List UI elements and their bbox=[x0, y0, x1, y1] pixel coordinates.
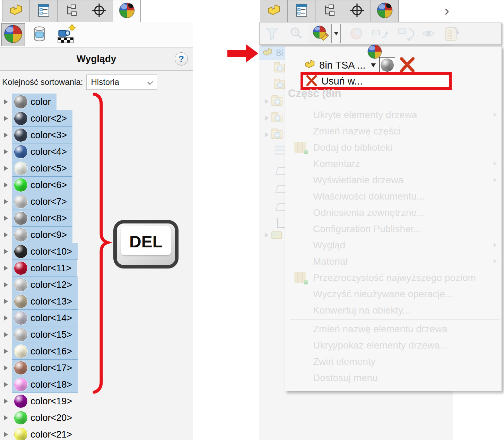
menu-item[interactable]: Configuration Publisher... bbox=[285, 221, 502, 237]
appearance-item[interactable]: color<6> bbox=[12, 177, 72, 193]
tree-folder-blocks[interactable] bbox=[265, 114, 283, 122]
tree-folder-solid-bodies[interactable] bbox=[265, 130, 283, 139]
tree-folder-sensors[interactable] bbox=[274, 80, 285, 89]
appearance-item[interactable]: color<11> bbox=[12, 260, 77, 276]
tab-propertymanager[interactable] bbox=[288, 0, 315, 22]
tab-overflow-chevron[interactable]: › bbox=[444, 2, 449, 19]
appearances-button[interactable] bbox=[1, 23, 25, 46]
appearance-item[interactable]: color<8> bbox=[12, 210, 72, 227]
expand-arrow-icon[interactable] bbox=[4, 99, 8, 104]
tab-dimxpert[interactable] bbox=[343, 0, 371, 22]
display-pane-toolbar bbox=[259, 23, 502, 45]
tab-dimxpert[interactable] bbox=[85, 0, 113, 22]
tree-folder-history[interactable] bbox=[274, 64, 285, 72]
appearance-item[interactable]: color<2> bbox=[12, 110, 72, 127]
appearance-icon[interactable] bbox=[348, 26, 364, 42]
expand-arrow-icon[interactable] bbox=[4, 116, 8, 121]
menu-item[interactable]: Dostosuj menu bbox=[285, 370, 502, 386]
expand-arrow-icon[interactable] bbox=[4, 133, 8, 138]
hide-show-icon[interactable] bbox=[420, 26, 436, 42]
expand-arrow-icon[interactable] bbox=[4, 366, 8, 370]
tree-item-equations[interactable] bbox=[275, 146, 285, 156]
tab-configurationmanager[interactable] bbox=[58, 0, 85, 22]
edit-appearance-dropdown[interactable] bbox=[332, 24, 341, 43]
appearance-item[interactable]: color<15> bbox=[12, 326, 78, 343]
expand-arrow-icon[interactable] bbox=[4, 166, 8, 171]
menu-item[interactable]: Zmień nazwę elementu drzewa bbox=[285, 321, 502, 337]
appearance-item[interactable]: color<5> bbox=[12, 160, 72, 177]
expand-arrow-icon[interactable] bbox=[4, 149, 8, 154]
sort-order-select[interactable]: Historia bbox=[86, 74, 157, 90]
menu-item[interactable]: Komentarz bbox=[285, 156, 502, 172]
menu-item[interactable]: Ukryj/pokaż elementy drzewa... bbox=[285, 337, 502, 353]
expand-arrow-icon[interactable] bbox=[4, 266, 8, 271]
filter-icon[interactable] bbox=[264, 26, 280, 41]
expand-arrow-icon[interactable] bbox=[4, 299, 8, 304]
appearance-item[interactable]: color<19> bbox=[12, 393, 78, 410]
tree-folder-annotations[interactable] bbox=[265, 97, 283, 106]
appearance-label: color<4> bbox=[31, 147, 67, 157]
menu-item[interactable]: Zwiń elementy bbox=[285, 353, 502, 370]
dropdown-arrow-icon[interactable] bbox=[371, 63, 376, 67]
menu-item[interactable]: Materiał bbox=[285, 253, 502, 270]
decals-button[interactable] bbox=[28, 23, 51, 46]
appearance-item[interactable]: color<3> bbox=[12, 127, 72, 143]
expand-arrow-icon[interactable] bbox=[4, 282, 8, 287]
menu-item[interactable]: Wygląd bbox=[285, 237, 502, 253]
delete-x-icon[interactable] bbox=[399, 56, 416, 74]
search-icon[interactable] bbox=[289, 26, 304, 41]
edit-appearance-button[interactable] bbox=[309, 24, 332, 43]
expand-arrow-icon[interactable] bbox=[4, 382, 8, 387]
paste-appearance-icon[interactable] bbox=[396, 26, 414, 42]
expand-arrow-icon[interactable] bbox=[4, 232, 8, 237]
expand-arrow-icon[interactable] bbox=[4, 415, 8, 420]
tab-propertymanager[interactable] bbox=[30, 0, 58, 22]
menu-item[interactable]: Odniesienia zewnętrzne... bbox=[285, 204, 502, 221]
tab-featuremanager[interactable] bbox=[2, 0, 30, 22]
expand-arrow-icon[interactable] bbox=[4, 249, 8, 254]
menu-item-label: Wyczyść nieużywane operacje... bbox=[313, 289, 453, 300]
expand-arrow-icon[interactable] bbox=[4, 199, 8, 204]
help-button[interactable]: ? bbox=[175, 52, 188, 65]
appearance-item[interactable]: color<13> bbox=[12, 293, 78, 310]
menu-item[interactable] bbox=[285, 318, 502, 321]
tab-configurationmanager[interactable] bbox=[315, 0, 343, 22]
tab-displaymanager[interactable] bbox=[371, 0, 399, 22]
menu-item[interactable]: Konwertuj na obiekty... bbox=[285, 302, 502, 318]
appearance-item[interactable]: color<20> bbox=[12, 410, 78, 426]
appearance-item[interactable]: color<7> bbox=[12, 193, 72, 210]
expand-arrow-icon[interactable] bbox=[4, 349, 8, 354]
appearance-item[interactable]: color<9> bbox=[12, 227, 72, 243]
menu-item[interactable]: Przezroczystość najwyższego poziom bbox=[285, 270, 502, 286]
appearance-item[interactable]: color<21> bbox=[12, 426, 78, 440]
tab-displaymanager[interactable] bbox=[113, 0, 141, 22]
expand-arrow-icon[interactable] bbox=[4, 399, 8, 404]
tree-item-origin[interactable] bbox=[277, 218, 286, 228]
expand-arrow-icon[interactable] bbox=[4, 432, 8, 437]
expand-arrow-icon[interactable] bbox=[4, 332, 8, 337]
delete-x-icon bbox=[305, 74, 318, 88]
menu-item[interactable]: Ukryte elementy drzewa bbox=[285, 107, 502, 123]
menu-item[interactable]: Wyczyść nieużywane operacje... bbox=[285, 286, 502, 302]
tab-featuremanager[interactable] bbox=[260, 0, 288, 22]
expand-arrow-icon[interactable] bbox=[4, 316, 8, 320]
appearance-item[interactable]: color<18> bbox=[12, 376, 78, 393]
appearance-item[interactable]: color<16> bbox=[12, 343, 78, 360]
expand-arrow-icon[interactable] bbox=[4, 183, 8, 187]
menu-item[interactable]: Właściwości dokumentu... bbox=[285, 188, 502, 204]
scene-lights-cameras-button[interactable] bbox=[54, 23, 78, 46]
appearance-item[interactable]: color<14> bbox=[12, 310, 78, 326]
appearance-item[interactable]: color<17> bbox=[12, 360, 78, 376]
expand-arrow-icon[interactable] bbox=[4, 216, 8, 221]
current-appearance-swatch[interactable] bbox=[379, 57, 395, 73]
tree-item-feature[interactable] bbox=[265, 231, 282, 239]
copy-appearance-icon[interactable] bbox=[371, 26, 389, 42]
menu-item[interactable]: Wyświetlanie drzewa bbox=[285, 172, 502, 188]
appearance-item[interactable]: color<4> bbox=[12, 143, 72, 160]
appearance-item[interactable]: color<12> bbox=[12, 276, 78, 293]
paste-tree-icon[interactable] bbox=[443, 25, 460, 42]
appearance-item[interactable]: color<10> bbox=[12, 243, 78, 260]
menu-item[interactable]: Zmień nazwę części bbox=[285, 123, 502, 139]
appearance-item[interactable]: color bbox=[12, 94, 57, 110]
menu-item[interactable]: Dodaj do biblioteki bbox=[285, 139, 502, 156]
